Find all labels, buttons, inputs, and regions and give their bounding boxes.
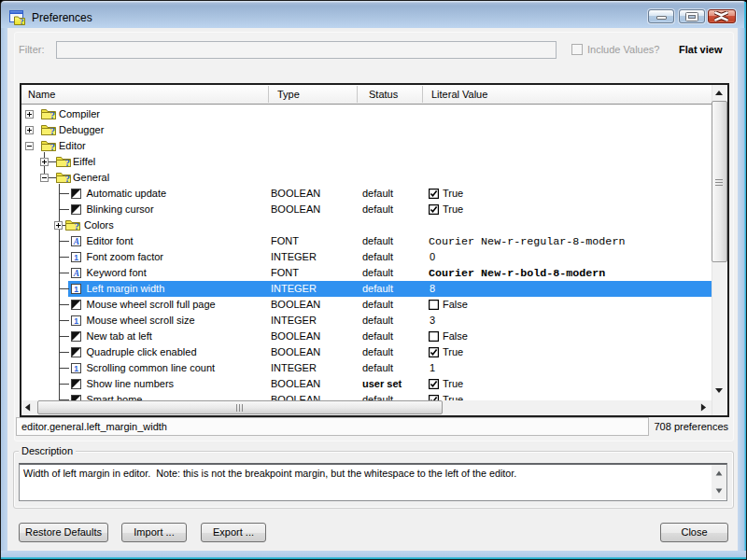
svg-text:?: ?	[64, 158, 70, 168]
svg-text:?: ?	[20, 17, 24, 25]
svg-text:?: ?	[75, 221, 80, 231]
svg-text:A: A	[72, 237, 78, 246]
svg-text:?: ?	[50, 142, 56, 152]
svg-text:?: ?	[50, 126, 56, 136]
svg-text:1: 1	[74, 364, 78, 373]
svg-text:1: 1	[74, 316, 78, 326]
svg-text:1: 1	[74, 253, 78, 262]
svg-text:?: ?	[64, 174, 70, 184]
svg-text:?: ?	[50, 110, 56, 120]
svg-text:A: A	[72, 269, 78, 278]
svg-text:1: 1	[74, 285, 78, 294]
